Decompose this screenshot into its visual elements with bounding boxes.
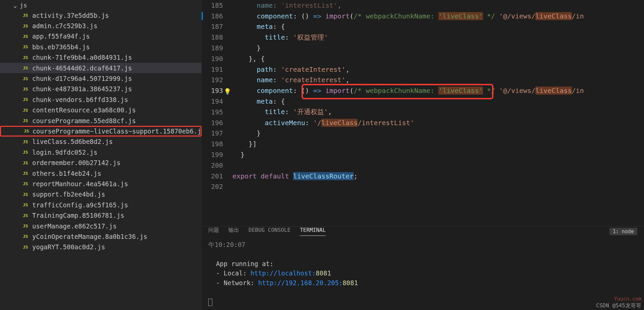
code-content[interactable]: component: () => import(/* webpackChunkN… [232,87,644,95]
file-item[interactable]: JSyCoinOperateManage.8a0b1c36.js [0,231,202,242]
code-line[interactable]: 185 name: 'interestList', [202,0,644,11]
file-item[interactable]: JSadmin.c7c529b3.js [0,20,202,31]
code-line[interactable]: 190 }, { [202,53,644,64]
file-item[interactable]: JSactivity.37e5dd5b.js [0,10,202,20]
js-file-icon: JS [23,44,29,49]
file-item[interactable]: JSTrainingCamp.85106781.js [0,210,202,220]
line-number[interactable]: 185 [202,1,232,9]
folder-js[interactable]: ⌄ js [0,0,202,10]
line-number[interactable]: 197 [202,129,232,137]
panel-tab[interactable]: 问题 [208,227,219,236]
terminal-selector[interactable]: 1: node [609,228,637,235]
file-item[interactable]: JSuserManage.e862c517.js [0,221,202,231]
file-name: chunk-e487301a.38645237.js [32,85,132,93]
line-number[interactable]: 192 [202,76,232,84]
js-file-icon: JS [23,150,29,155]
file-item[interactable]: JSothers.b1f4eb24.js [0,168,202,178]
file-item[interactable]: JSapp.f55fa94f.js [0,31,202,42]
code-content[interactable]: export default liveClassRouter; [232,172,644,180]
file-name: admin.c7c529b3.js [32,22,97,30]
code-line[interactable]: 187 meta: { [202,21,644,32]
file-item[interactable]: JSlogin.9dfdc052.js [0,147,202,157]
panel-tab[interactable]: 输出 [228,227,239,236]
code-content[interactable]: } [232,44,644,52]
terminal-output[interactable]: 午10:20:07 App running at: - Local: http:… [202,237,644,310]
line-number[interactable]: 188 [202,33,232,41]
line-number[interactable]: 191 [202,65,232,73]
folder-label: js [20,2,27,9]
file-item[interactable]: JSchunk-d17c96a4.50712999.js [0,73,202,84]
file-item[interactable]: JSsupport.fb2ee4bd.js [0,189,202,200]
code-content[interactable]: meta: { [232,22,644,31]
line-number[interactable]: 186 [202,12,232,20]
file-item[interactable]: JSbbs.eb7365b4.js [0,42,202,52]
terminal-line: - Local: http://localhost:8081 [208,268,637,278]
code-line[interactable]: 199 } [202,149,644,160]
code-content[interactable]: name: 'createInterest', [232,76,644,84]
file-item[interactable]: JSchunk-e487301a.38645237.js [0,84,202,94]
file-item[interactable]: JSliveClass.5d6be8d2.js [0,137,202,147]
code-line[interactable]: 193💡 component: () => import(/* webpackC… [202,85,644,96]
line-number[interactable]: 202 [202,183,232,191]
code-line[interactable]: 197 } [202,128,644,139]
file-item[interactable]: JSreportManhour.4ea5461a.js [0,178,202,189]
line-number[interactable]: 196 [202,119,232,127]
file-item[interactable]: JScourseProgramme~liveClass~support.1587… [0,126,202,136]
code-line[interactable]: 196 activeMenu: '/liveClass/interestList… [202,117,644,128]
line-number[interactable]: 199 [202,151,232,159]
code-content[interactable]: name: 'interestList', [232,1,644,9]
js-file-icon: JS [23,181,29,186]
code-line[interactable]: 192 name: 'createInterest', [202,75,644,86]
code-line[interactable]: 191 path: 'createInterest', [202,64,644,75]
code-content[interactable]: title: '开通权益', [232,107,644,116]
lightbulb-icon[interactable]: 💡 [224,88,231,95]
code-line[interactable]: 200 [202,160,644,171]
chevron-down-icon: ⌄ [13,2,17,9]
code-content[interactable]: activeMenu: '/liveClass/interestList' [232,119,644,127]
line-number[interactable]: 194 [202,97,232,105]
panel-tabs: 问题输出DEBUG CONSOLETERMINAL 1: node [202,226,644,237]
line-number[interactable]: 193💡 [202,87,232,95]
panel-tab[interactable]: TERMINAL [300,227,326,236]
file-item[interactable]: JStrafficConfig.a9c5f165.js [0,200,202,210]
code-content[interactable]: path: 'createInterest', [232,65,644,73]
file-name: yogaRYT.500ac0d2.js [32,243,105,251]
code-content[interactable]: component: () => import(/* webpackChunkN… [232,12,644,20]
line-number[interactable]: 201 [202,172,232,180]
line-number[interactable]: 195 [202,108,232,116]
file-item[interactable]: JSyogaRYT.500ac0d2.js [0,242,202,252]
file-name: app.f55fa94f.js [32,33,90,40]
code-line[interactable]: 186 component: () => import(/* webpackCh… [202,11,644,21]
file-item[interactable]: JSchunk-71fe9bb4.a0d84931.js [0,52,202,63]
code-line[interactable]: 189 } [202,43,644,53]
code-line[interactable]: 198 }] [202,139,644,149]
js-file-icon: JS [23,223,29,228]
line-number[interactable]: 200 [202,161,232,169]
file-explorer[interactable]: ⌄ js JSactivity.37e5dd5b.jsJSadmin.c7c52… [0,0,202,310]
code-content[interactable]: } [232,151,644,159]
file-item[interactable]: JScontentResource.e3a68c00.js [0,105,202,115]
code-content[interactable]: }, { [232,55,644,63]
code-content[interactable]: title: '权益管理' [232,33,644,42]
file-item[interactable]: JSordermember.00b27142.js [0,157,202,168]
panel-tab[interactable]: DEBUG CONSOLE [249,227,290,236]
js-file-icon: JS [23,23,29,29]
code-line[interactable]: 195 title: '开通权益', [202,107,644,117]
file-item[interactable]: JScourseProgramme.55ed88cf.js [0,115,202,126]
code-line[interactable]: 194 meta: { [202,96,644,107]
code-editor[interactable]: 185 name: 'interestList',186 component: … [202,0,644,226]
line-number[interactable]: 190 [202,55,232,63]
file-item[interactable]: JSchunk-46544d62.dcaf6417.js [0,63,202,73]
js-file-icon: JS [23,108,29,113]
code-line[interactable]: 202 [202,182,644,192]
code-content[interactable]: } [232,129,644,137]
code-line[interactable]: 188 title: '权益管理' [202,32,644,43]
js-file-icon: JS [23,160,29,165]
code-content[interactable]: }] [232,140,644,148]
code-content[interactable]: meta: { [232,97,644,105]
line-number[interactable]: 198 [202,140,232,148]
code-line[interactable]: 201export default liveClassRouter; [202,171,644,182]
line-number[interactable]: 189 [202,44,232,52]
file-item[interactable]: JSchunk-vendors.b6ffd338.js [0,94,202,105]
line-number[interactable]: 187 [202,22,232,31]
